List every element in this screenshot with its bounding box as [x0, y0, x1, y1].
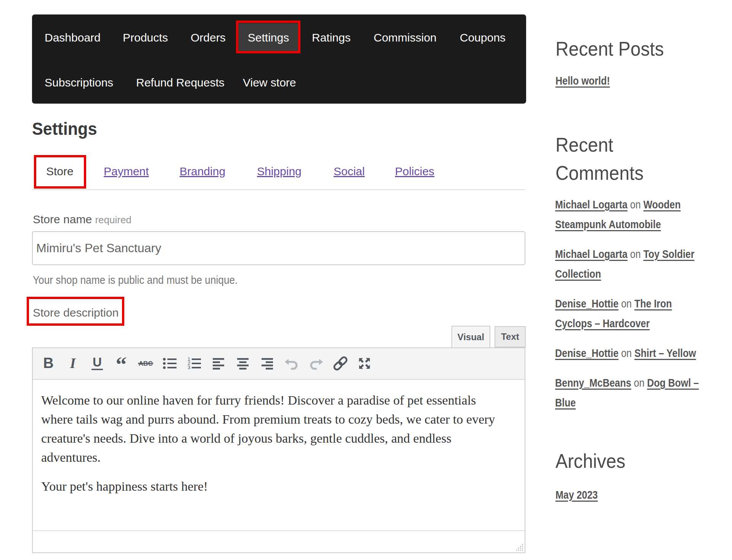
svg-text:“: “	[116, 355, 127, 372]
svg-text:3: 3	[188, 365, 190, 370]
svg-text:I: I	[70, 355, 76, 371]
svg-text:B: B	[43, 355, 53, 371]
svg-text:U: U	[93, 355, 102, 369]
